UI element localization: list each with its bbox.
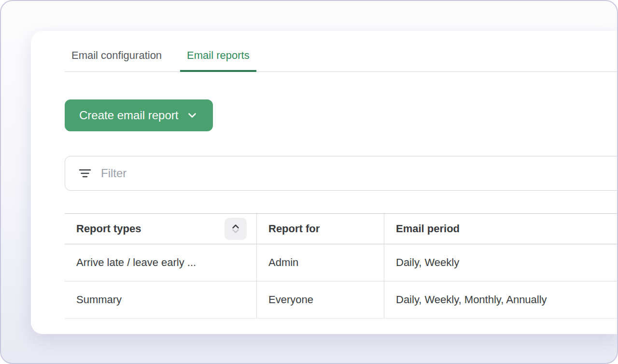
cell-report-for: Admin [257, 244, 384, 281]
cell-report-for: Everyone [257, 281, 384, 318]
column-header-report-types-label: Report types [76, 223, 141, 235]
cell-email-period: Daily, Weekly [384, 244, 617, 281]
tab-email-reports[interactable]: Email reports [180, 44, 256, 71]
cell-email-period: Daily, Weekly, Monthly, Annually [384, 281, 617, 318]
chevron-down-icon [186, 109, 198, 122]
email-reports-table: Report types Report for Email period Arr [65, 213, 617, 319]
sort-chevrons-icon [229, 223, 242, 235]
column-header-report-types: Report types [65, 214, 257, 244]
filter-field[interactable] [65, 156, 617, 191]
filter-lines-icon [78, 166, 92, 181]
tab-email-configuration[interactable]: Email configuration [65, 44, 169, 71]
create-email-report-label: Create email report [79, 109, 178, 122]
app-window: Email configuration Email reports Create… [0, 0, 618, 364]
cell-report-type: Arrive late / leave early ... [65, 244, 257, 281]
create-email-report-button[interactable]: Create email report [65, 99, 213, 131]
column-header-email-period: Email period [384, 214, 617, 244]
cell-report-type: Summary [65, 281, 257, 318]
tab-bar: Email configuration Email reports [65, 44, 617, 72]
sort-button[interactable] [225, 218, 247, 240]
table-header-row: Report types Report for Email period [65, 213, 617, 244]
filter-input[interactable] [101, 167, 617, 180]
column-header-report-for: Report for [257, 214, 384, 244]
table-row[interactable]: Arrive late / leave early ... Admin Dail… [65, 244, 617, 281]
settings-card: Email configuration Email reports Create… [31, 31, 617, 334]
table-row[interactable]: Summary Everyone Daily, Weekly, Monthly,… [65, 281, 617, 319]
